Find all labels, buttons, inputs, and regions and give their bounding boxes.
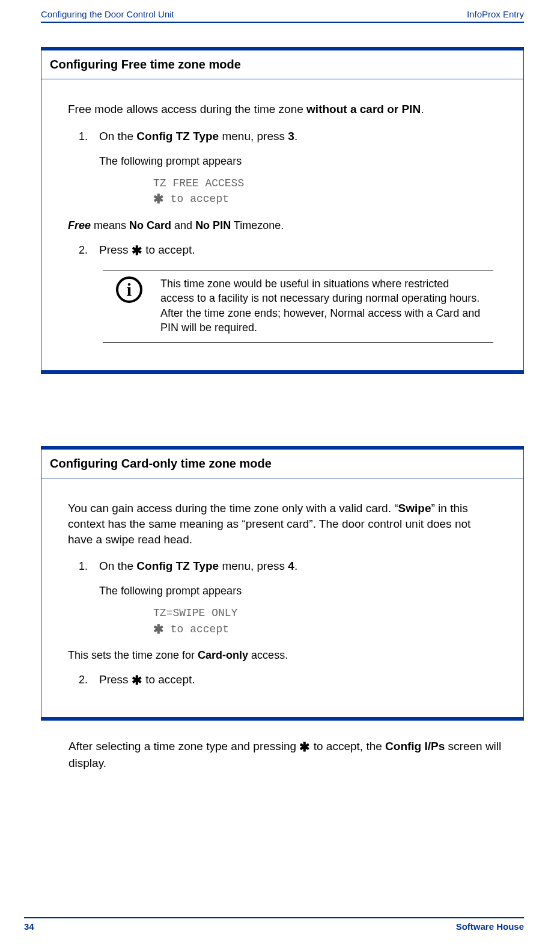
step-1: On the Config TZ Type menu, press 3. The… [91,129,497,233]
footer-brand: Software House [456,921,524,933]
section-card-only-time-zone: Configuring Card-only time zone mode You… [41,446,524,720]
page-footer: 34 Software House [0,917,560,933]
step-1: On the Config TZ Type menu, press 4. The… [91,558,497,662]
prompt-label: The following prompt appears [99,584,497,598]
code-prompt: TZ=SWIPE ONLY ✱ to accept [153,606,497,637]
header-right: InfoProx Entry [467,8,524,20]
prompt-label: The following prompt appears [99,154,497,168]
meaning-text: Free means No Card and No PIN Timezone. [68,218,497,233]
meaning-text: This sets the time zone for Card-only ac… [68,648,497,662]
section-title: Configuring Card-only time zone mode [41,450,523,478]
info-note: i This time zone would be useful in situ… [103,270,493,343]
asterisk-icon: ✱ [153,622,164,636]
header-left: Configuring the Door Control Unit [41,8,174,20]
asterisk-icon: ✱ [132,243,142,257]
asterisk-icon: ✱ [299,740,310,754]
intro-text: Free mode allows access during the time … [68,102,497,117]
step-2: Press ✱ to accept. i This time zone woul… [91,242,497,343]
info-icon: i [116,276,142,303]
asterisk-icon: ✱ [132,673,142,687]
after-selection-text: After selecting a time zone type and pre… [68,739,524,771]
asterisk-icon: ✱ [153,192,164,206]
section-title: Configuring Free time zone mode [41,50,523,79]
code-prompt: TZ FREE ACCESS ✱ to accept [153,177,497,207]
step-2: Press ✱ to accept. [91,672,497,689]
note-text: This time zone would be useful in situat… [160,276,493,335]
page-header: Configuring the Door Control Unit InfoPr… [41,8,524,23]
intro-text: You can gain access during the time zone… [68,501,497,547]
section-free-time-zone: Configuring Free time zone mode Free mod… [41,47,524,374]
page-number: 34 [24,921,34,933]
